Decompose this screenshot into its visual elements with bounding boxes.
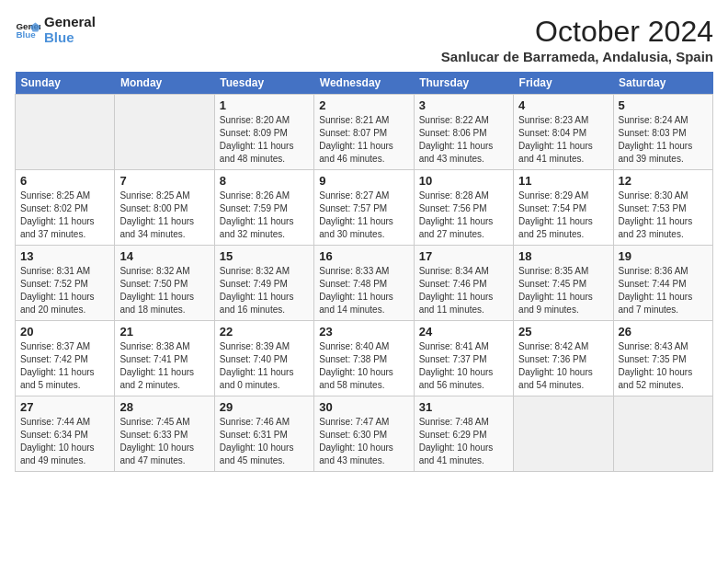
day-number: 11 — [518, 174, 608, 188]
day-number: 5 — [619, 98, 708, 112]
calendar-cell: 29Sunrise: 7:46 AM Sunset: 6:31 PM Dayli… — [214, 396, 313, 472]
day-number: 7 — [119, 174, 209, 188]
calendar-cell: 24Sunrise: 8:41 AM Sunset: 7:37 PM Dayli… — [414, 321, 513, 396]
day-info: Sunrise: 8:27 AM Sunset: 7:57 PM Dayligh… — [319, 190, 408, 241]
calendar-cell: 22Sunrise: 8:39 AM Sunset: 7:40 PM Dayli… — [214, 321, 313, 396]
calendar-cell: 14Sunrise: 8:32 AM Sunset: 7:50 PM Dayli… — [115, 246, 214, 321]
calendar-table: SundayMondayTuesdayWednesdayThursdayFrid… — [15, 72, 713, 472]
day-number: 24 — [419, 325, 508, 339]
day-info: Sunrise: 8:25 AM Sunset: 8:00 PM Dayligh… — [119, 190, 209, 241]
calendar-cell: 18Sunrise: 8:35 AM Sunset: 7:45 PM Dayli… — [514, 246, 613, 321]
calendar-cell: 19Sunrise: 8:36 AM Sunset: 7:44 PM Dayli… — [613, 246, 712, 321]
day-number: 28 — [119, 400, 209, 414]
calendar-cell: 28Sunrise: 7:45 AM Sunset: 6:33 PM Dayli… — [115, 396, 214, 472]
page-header: General Blue General Blue October 2024 S… — [15, 15, 713, 64]
day-info: Sunrise: 8:39 AM Sunset: 7:40 PM Dayligh… — [220, 340, 309, 392]
day-number: 9 — [319, 174, 408, 188]
day-info: Sunrise: 8:22 AM Sunset: 8:06 PM Dayligh… — [419, 114, 508, 166]
day-number: 16 — [319, 249, 408, 263]
day-info: Sunrise: 8:25 AM Sunset: 8:02 PM Dayligh… — [20, 190, 109, 241]
logo-line1: General — [44, 15, 96, 30]
calendar-week-row: 1Sunrise: 8:20 AM Sunset: 8:09 PM Daylig… — [16, 95, 713, 170]
calendar-cell: 10Sunrise: 8:28 AM Sunset: 7:56 PM Dayli… — [414, 170, 513, 246]
day-number: 22 — [220, 325, 309, 339]
calendar-cell: 31Sunrise: 7:48 AM Sunset: 6:29 PM Dayli… — [414, 396, 513, 472]
day-info: Sunrise: 8:36 AM Sunset: 7:44 PM Dayligh… — [619, 265, 708, 316]
logo-icon: General Blue — [15, 17, 40, 43]
calendar-cell: 23Sunrise: 8:40 AM Sunset: 7:38 PM Dayli… — [314, 321, 414, 396]
day-info: Sunrise: 8:34 AM Sunset: 7:46 PM Dayligh… — [419, 265, 508, 316]
day-info: Sunrise: 7:45 AM Sunset: 6:33 PM Dayligh… — [119, 416, 209, 467]
calendar-col-header: Saturday — [613, 72, 712, 95]
day-number: 14 — [119, 249, 209, 263]
calendar-cell: 13Sunrise: 8:31 AM Sunset: 7:52 PM Dayli… — [16, 246, 115, 321]
calendar-col-header: Friday — [514, 72, 613, 95]
calendar-cell: 27Sunrise: 7:44 AM Sunset: 6:34 PM Dayli… — [16, 396, 115, 472]
month-title: October 2024 — [441, 15, 713, 49]
calendar-week-row: 6Sunrise: 8:25 AM Sunset: 8:02 PM Daylig… — [16, 170, 713, 246]
title-block: October 2024 Sanlucar de Barrameda, Anda… — [441, 15, 713, 64]
day-info: Sunrise: 8:21 AM Sunset: 8:07 PM Dayligh… — [319, 114, 408, 166]
day-info: Sunrise: 8:33 AM Sunset: 7:48 PM Dayligh… — [319, 265, 408, 316]
calendar-cell — [613, 396, 712, 472]
day-number: 2 — [319, 98, 408, 112]
day-info: Sunrise: 8:26 AM Sunset: 7:59 PM Dayligh… — [220, 190, 309, 241]
day-number: 25 — [518, 325, 608, 339]
day-number: 15 — [220, 249, 309, 263]
day-number: 8 — [220, 174, 309, 188]
calendar-cell: 25Sunrise: 8:42 AM Sunset: 7:36 PM Dayli… — [514, 321, 613, 396]
calendar-col-header: Monday — [115, 72, 214, 95]
day-number: 19 — [619, 249, 708, 263]
calendar-cell: 21Sunrise: 8:38 AM Sunset: 7:41 PM Dayli… — [115, 321, 214, 396]
day-info: Sunrise: 8:32 AM Sunset: 7:50 PM Dayligh… — [119, 265, 209, 316]
day-number: 18 — [518, 249, 608, 263]
day-info: Sunrise: 8:24 AM Sunset: 8:03 PM Dayligh… — [619, 114, 708, 166]
calendar-col-header: Thursday — [414, 72, 513, 95]
calendar-cell: 11Sunrise: 8:29 AM Sunset: 7:54 PM Dayli… — [514, 170, 613, 246]
calendar-col-header: Sunday — [16, 72, 115, 95]
calendar-cell: 17Sunrise: 8:34 AM Sunset: 7:46 PM Dayli… — [414, 246, 513, 321]
day-info: Sunrise: 8:35 AM Sunset: 7:45 PM Dayligh… — [518, 265, 608, 316]
day-info: Sunrise: 8:29 AM Sunset: 7:54 PM Dayligh… — [518, 190, 608, 241]
day-number: 1 — [220, 98, 309, 112]
calendar-cell: 7Sunrise: 8:25 AM Sunset: 8:00 PM Daylig… — [115, 170, 214, 246]
day-info: Sunrise: 7:47 AM Sunset: 6:30 PM Dayligh… — [319, 416, 408, 467]
calendar-header-row: SundayMondayTuesdayWednesdayThursdayFrid… — [16, 72, 713, 95]
calendar-body: 1Sunrise: 8:20 AM Sunset: 8:09 PM Daylig… — [16, 95, 713, 472]
day-info: Sunrise: 8:43 AM Sunset: 7:35 PM Dayligh… — [619, 340, 708, 392]
day-info: Sunrise: 8:40 AM Sunset: 7:38 PM Dayligh… — [319, 340, 408, 392]
day-info: Sunrise: 8:20 AM Sunset: 8:09 PM Dayligh… — [220, 114, 309, 166]
day-info: Sunrise: 8:42 AM Sunset: 7:36 PM Dayligh… — [518, 340, 608, 392]
calendar-cell: 4Sunrise: 8:23 AM Sunset: 8:04 PM Daylig… — [514, 95, 613, 170]
calendar-cell: 6Sunrise: 8:25 AM Sunset: 8:02 PM Daylig… — [16, 170, 115, 246]
day-number: 23 — [319, 325, 408, 339]
calendar-week-row: 13Sunrise: 8:31 AM Sunset: 7:52 PM Dayli… — [16, 246, 713, 321]
day-number: 4 — [518, 98, 608, 112]
calendar-week-row: 27Sunrise: 7:44 AM Sunset: 6:34 PM Dayli… — [16, 396, 713, 472]
day-number: 30 — [319, 400, 408, 414]
calendar-cell: 5Sunrise: 8:24 AM Sunset: 8:03 PM Daylig… — [613, 95, 712, 170]
calendar-cell: 16Sunrise: 8:33 AM Sunset: 7:48 PM Dayli… — [314, 246, 414, 321]
day-info: Sunrise: 8:28 AM Sunset: 7:56 PM Dayligh… — [419, 190, 508, 241]
calendar-col-header: Wednesday — [314, 72, 414, 95]
day-number: 31 — [419, 400, 508, 414]
calendar-cell: 3Sunrise: 8:22 AM Sunset: 8:06 PM Daylig… — [414, 95, 513, 170]
day-info: Sunrise: 7:46 AM Sunset: 6:31 PM Dayligh… — [220, 416, 309, 467]
day-number: 6 — [20, 174, 109, 188]
day-number: 17 — [419, 249, 508, 263]
logo-line2: Blue — [44, 30, 96, 46]
calendar-cell: 9Sunrise: 8:27 AM Sunset: 7:57 PM Daylig… — [314, 170, 414, 246]
day-number: 21 — [119, 325, 209, 339]
calendar-col-header: Tuesday — [214, 72, 313, 95]
calendar-cell — [16, 95, 115, 170]
day-number: 13 — [20, 249, 109, 263]
calendar-cell: 20Sunrise: 8:37 AM Sunset: 7:42 PM Dayli… — [16, 321, 115, 396]
calendar-cell: 12Sunrise: 8:30 AM Sunset: 7:53 PM Dayli… — [613, 170, 712, 246]
calendar-cell — [514, 396, 613, 472]
day-info: Sunrise: 8:38 AM Sunset: 7:41 PM Dayligh… — [119, 340, 209, 392]
calendar-cell: 30Sunrise: 7:47 AM Sunset: 6:30 PM Dayli… — [314, 396, 414, 472]
calendar-cell: 8Sunrise: 8:26 AM Sunset: 7:59 PM Daylig… — [214, 170, 313, 246]
calendar-cell — [115, 95, 214, 170]
calendar-cell: 26Sunrise: 8:43 AM Sunset: 7:35 PM Dayli… — [613, 321, 712, 396]
day-number: 10 — [419, 174, 508, 188]
